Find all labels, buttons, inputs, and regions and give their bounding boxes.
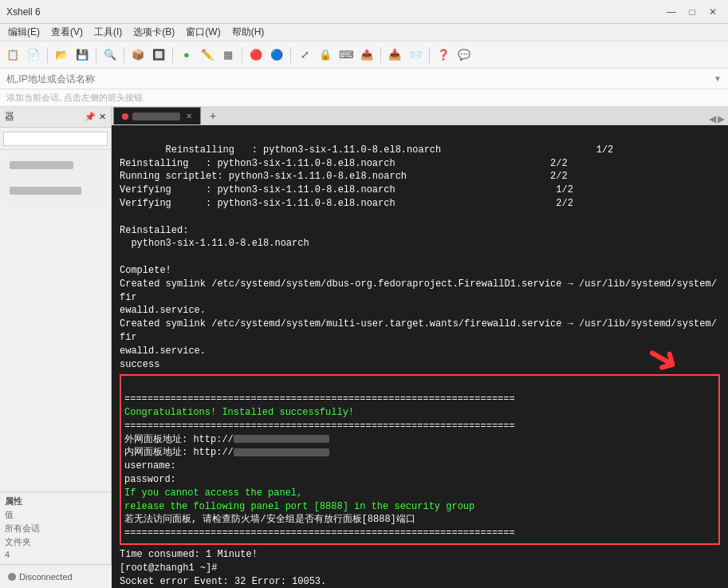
menu-tabs[interactable]: 选项卡(B) bbox=[128, 24, 179, 41]
title-bar: Xshell 6 — □ ✕ bbox=[0, 0, 728, 24]
terminal-output[interactable]: Reinstalling : python3-six-1.11.0-8.el8.… bbox=[112, 125, 728, 588]
toolbar-btn-6[interactable]: 🔲 bbox=[149, 45, 168, 65]
hint-bar: 添加当前会话, 点击左侧的箭头按钮. bbox=[0, 89, 728, 107]
terminal-area: Reinstalling : python3-six-1.11.0-8.el8.… bbox=[112, 125, 728, 588]
right-area: ✕ + ◀ ▶ Reinstalling : python3-six-1.11.… bbox=[112, 107, 728, 564]
prop-row-sessions: 所有会话 bbox=[5, 523, 106, 535]
status-disconnected: Disconnected bbox=[8, 572, 73, 582]
prop-label-value: 值 bbox=[5, 509, 14, 521]
tab-nav-right-icon[interactable]: ▶ bbox=[718, 113, 725, 124]
sidebar: 器 📌 ✕ 属性 值 所有会话 bbox=[0, 107, 112, 564]
tab-nav-left-icon[interactable]: ◀ bbox=[709, 113, 716, 124]
window-controls: — □ ✕ bbox=[663, 4, 722, 20]
toolbar-btn-12[interactable]: ⤢ bbox=[295, 45, 314, 65]
window-title: Xshell 6 bbox=[6, 6, 41, 18]
toolbar: 📋 📄 📂 💾 🔍 📦 🔲 ● ✏️ ▦ 🔴 🔵 ⤢ 🔒 ⌨ 📤 📥 📨 ❓ 💬 bbox=[0, 41, 728, 69]
toolbar-btn-help[interactable]: ❓ bbox=[434, 45, 453, 65]
menu-bar: 编辑(E) 查看(V) 工具(I) 选项卡(B) 窗口(W) 帮助(H) bbox=[0, 24, 728, 41]
toolbar-btn-1[interactable]: 📋 bbox=[3, 45, 22, 65]
toolbar-btn-5[interactable]: 📦 bbox=[128, 45, 148, 65]
tab-bar: ✕ + ◀ ▶ bbox=[112, 107, 728, 125]
warning3-text: 若无法访问面板, 请检查防火墙/安全组是否有放行面板[8888]端口 bbox=[124, 514, 415, 525]
toolbar-btn-lock[interactable]: 🔒 bbox=[316, 45, 335, 65]
toolbar-btn-11[interactable]: 🔵 bbox=[267, 45, 286, 65]
tab-active-dot bbox=[122, 113, 128, 120]
sidebar-search-input[interactable] bbox=[3, 132, 108, 146]
sidebar-session-2[interactable] bbox=[3, 180, 108, 204]
status-text: Disconnected bbox=[19, 572, 73, 582]
sidebar-session-list bbox=[0, 150, 111, 491]
status-indicator bbox=[8, 573, 16, 581]
tab-active[interactable]: ✕ bbox=[113, 107, 201, 124]
toolbar-btn-chat[interactable]: 💬 bbox=[455, 45, 474, 65]
toolbar-btn-9[interactable]: ▦ bbox=[218, 45, 238, 65]
prop-label-sessions: 所有会话 bbox=[5, 523, 40, 535]
tab-nav-right: ◀ ▶ bbox=[709, 113, 728, 124]
prop-row-value: 值 bbox=[5, 509, 106, 521]
warning1-text: If you cannot access the panel, bbox=[124, 487, 302, 499]
outer-url-label: 外网面板地址: http:// bbox=[124, 434, 234, 445]
toolbar-separator-7 bbox=[380, 47, 381, 63]
tab-add-button[interactable]: + bbox=[204, 107, 222, 124]
toolbar-btn-8[interactable]: ✏️ bbox=[198, 45, 217, 65]
sidebar-title: 器 bbox=[5, 110, 14, 124]
success-box: ========================================… bbox=[120, 374, 720, 545]
tab-close-icon[interactable]: ✕ bbox=[186, 112, 192, 120]
toolbar-separator-2 bbox=[96, 47, 96, 63]
sidebar-search-area bbox=[0, 128, 111, 150]
toolbar-btn-4[interactable]: 💾 bbox=[73, 45, 92, 65]
warning2-text: release the following panel port [8888] … bbox=[124, 501, 474, 512]
toolbar-separator-4 bbox=[172, 47, 173, 63]
maximize-button[interactable]: □ bbox=[683, 4, 701, 20]
properties-header: 属性 bbox=[5, 495, 106, 507]
toolbar-separator-1 bbox=[47, 47, 48, 63]
menu-edit[interactable]: 编辑(E) bbox=[3, 24, 45, 41]
address-input[interactable] bbox=[6, 73, 714, 85]
toolbar-btn-2[interactable]: 📄 bbox=[24, 45, 43, 65]
menu-view[interactable]: 查看(V) bbox=[46, 24, 88, 41]
tab-active-label bbox=[132, 112, 180, 120]
sidebar-pin-icon[interactable]: 📌 bbox=[85, 112, 96, 122]
toolbar-btn-3[interactable]: 📂 bbox=[52, 45, 71, 65]
toolbar-separator-8 bbox=[429, 47, 430, 63]
toolbar-btn-14[interactable]: 📤 bbox=[357, 45, 376, 65]
toolbar-separator-5 bbox=[242, 47, 242, 63]
toolbar-btn-16[interactable]: 📨 bbox=[406, 45, 425, 65]
toolbar-btn-10[interactable]: 🔴 bbox=[246, 45, 266, 65]
sidebar-close-icon[interactable]: ✕ bbox=[99, 112, 106, 122]
hint-text: 添加当前会话, 点击左侧的箭头按钮. bbox=[6, 92, 145, 104]
prop-row-folder: 文件夹 bbox=[5, 536, 106, 548]
menu-tools[interactable]: 工具(I) bbox=[89, 24, 127, 41]
toolbar-btn-13[interactable]: ⌨ bbox=[336, 45, 356, 65]
menu-window[interactable]: 窗口(W) bbox=[181, 24, 225, 41]
properties-panel: 属性 值 所有会话 文件夹 4 bbox=[0, 491, 111, 564]
toolbar-btn-search[interactable]: 🔍 bbox=[100, 45, 120, 65]
prop-label-folder: 文件夹 bbox=[5, 536, 31, 548]
minimize-button[interactable]: — bbox=[663, 4, 680, 20]
toolbar-btn-15[interactable]: 📥 bbox=[385, 45, 404, 65]
sidebar-session-1[interactable] bbox=[3, 155, 108, 179]
sidebar-header: 器 📌 ✕ bbox=[0, 107, 111, 128]
inner-url-label: 内网面板地址: http:// bbox=[124, 447, 234, 458]
prop-row-count: 4 bbox=[5, 550, 106, 559]
address-dropdown-icon[interactable]: ▼ bbox=[714, 74, 722, 83]
congrats-text: Congratulations! Installed successfully! bbox=[124, 407, 354, 418]
toolbar-separator-3 bbox=[124, 47, 124, 63]
toolbar-separator-6 bbox=[290, 47, 291, 63]
prop-label-count: 4 bbox=[5, 550, 10, 559]
menu-help[interactable]: 帮助(H) bbox=[227, 24, 270, 41]
close-button[interactable]: ✕ bbox=[704, 4, 722, 20]
address-bar[interactable]: ▼ bbox=[0, 69, 728, 89]
toolbar-btn-7[interactable]: ● bbox=[177, 45, 196, 65]
